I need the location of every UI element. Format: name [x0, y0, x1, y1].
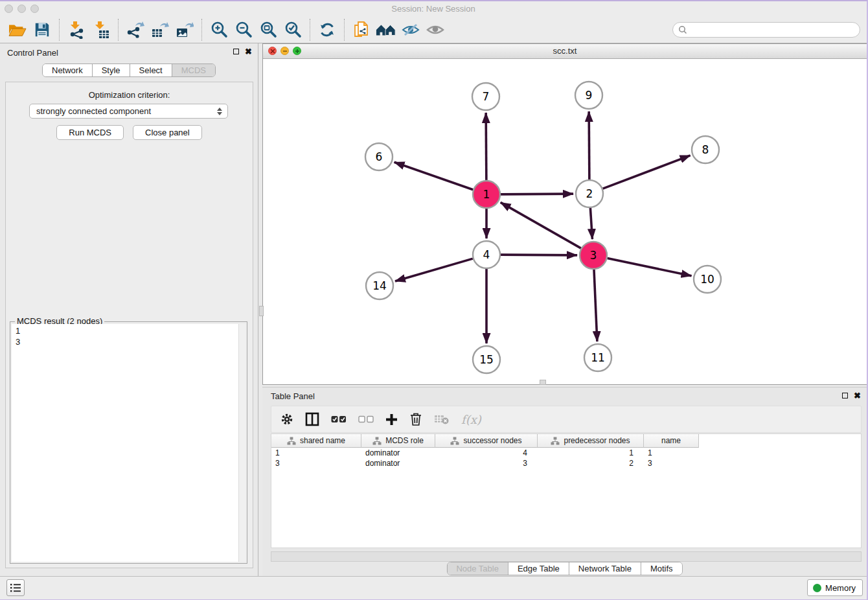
table-row[interactable]: 3dominator323 — [271, 458, 861, 468]
table-cell[interactable]: 1 — [271, 448, 361, 457]
node-15[interactable]: 15 — [473, 346, 500, 373]
zoom-in-button[interactable] — [207, 18, 231, 41]
edge-1-2[interactable] — [501, 194, 573, 194]
float-table-panel-icon[interactable] — [842, 393, 848, 398]
node-14[interactable]: 14 — [366, 272, 393, 299]
zoom-window-icon[interactable] — [30, 5, 39, 13]
mcds-result-textarea[interactable]: 13 — [12, 324, 246, 562]
close-panel-icon[interactable]: ✖ — [245, 49, 252, 54]
node-2[interactable]: 2 — [576, 180, 603, 207]
hscroll-handle[interactable] — [540, 380, 546, 385]
home-layout-button[interactable] — [374, 18, 398, 41]
table-cell[interactable]: 1 — [644, 448, 699, 457]
node-9[interactable]: 9 — [575, 82, 602, 109]
table-cell[interactable]: 1 — [538, 448, 644, 457]
table-cell[interactable]: dominator — [361, 459, 435, 468]
deselect-all-button[interactable] — [358, 415, 374, 423]
column-header-MCDS-role[interactable]: MCDS role — [361, 434, 435, 448]
edge-3-11[interactable] — [594, 270, 597, 341]
table-cell[interactable]: 4 — [435, 448, 538, 457]
column-header-predecessor-nodes[interactable]: predecessor nodes — [538, 434, 644, 448]
edge-2-9[interactable] — [589, 111, 589, 179]
import-table-button[interactable] — [89, 18, 113, 41]
result-scrollbar[interactable] — [238, 324, 246, 562]
node-6[interactable]: 6 — [365, 143, 393, 170]
export-image-button[interactable] — [172, 18, 197, 41]
select-all-button[interactable] — [331, 415, 347, 423]
memory-button[interactable]: Memory — [807, 579, 863, 596]
minimize-window-icon[interactable] — [17, 5, 26, 13]
edge-4-3[interactable] — [501, 255, 577, 255]
function-builder-button[interactable]: f(x) — [461, 413, 481, 426]
zoom-out-button[interactable] — [231, 18, 256, 41]
search-input[interactable] — [690, 25, 854, 35]
node-8[interactable]: 8 — [692, 136, 719, 163]
show-columns-button[interactable] — [305, 412, 319, 426]
export-table-button[interactable] — [148, 18, 172, 41]
splitter-handle[interactable] — [259, 306, 264, 316]
table-hscrollbar[interactable] — [271, 551, 862, 562]
node-10[interactable]: 10 — [694, 266, 721, 293]
node-1[interactable]: 1 — [473, 181, 500, 208]
delete-table-button[interactable] — [434, 413, 450, 425]
table-tab-network-table[interactable]: Network Table — [569, 562, 641, 575]
delete-column-button[interactable] — [409, 412, 422, 426]
toolbar-separator — [344, 19, 345, 41]
run-mcds-button[interactable]: Run MCDS — [56, 125, 124, 140]
tab-network[interactable]: Network — [43, 64, 92, 76]
table-cell[interactable]: 3 — [435, 459, 538, 468]
edge-3-1[interactable] — [501, 202, 581, 248]
show-eye-button[interactable] — [423, 18, 448, 41]
edge-2-8[interactable] — [603, 156, 691, 189]
node-3[interactable]: 3 — [580, 242, 607, 269]
node-11[interactable]: 11 — [584, 344, 611, 371]
table-tab-edge-table[interactable]: Edge Table — [508, 562, 569, 575]
node-table[interactable]: shared name MCDS role successor nodes pr… — [271, 433, 862, 548]
network-window-titlebar[interactable]: scc.txt — [263, 44, 867, 59]
maximize-network-icon[interactable] — [293, 47, 301, 55]
export-network-button[interactable] — [123, 18, 148, 41]
refresh-view-button[interactable] — [315, 18, 339, 41]
close-table-panel-icon[interactable]: ✖ — [854, 393, 861, 398]
control-panel-title: Control Panel — [7, 48, 58, 58]
close-network-icon[interactable] — [268, 47, 277, 55]
column-header-name[interactable]: name — [644, 434, 699, 448]
close-panel-button[interactable]: Close panel — [133, 125, 202, 140]
open-session-button[interactable] — [5, 18, 30, 41]
edge-3-10[interactable] — [608, 259, 692, 276]
tab-select[interactable]: Select — [130, 64, 172, 76]
tab-style[interactable]: Style — [92, 64, 130, 76]
duplicate-network-button[interactable] — [349, 18, 374, 41]
edge-1-7[interactable] — [486, 113, 486, 180]
criterion-dropdown[interactable]: strongly connected component — [29, 104, 228, 119]
table-settings-button[interactable] — [280, 413, 293, 426]
table-cell[interactable]: 3 — [271, 459, 361, 468]
close-window-icon[interactable] — [5, 5, 13, 13]
node-4[interactable]: 4 — [473, 241, 500, 268]
float-panel-icon[interactable] — [233, 49, 239, 54]
import-network-button[interactable] — [64, 18, 89, 41]
network-graph[interactable]: 1234678910111415 — [263, 59, 867, 384]
add-column-button[interactable] — [385, 413, 398, 426]
hide-eye-button[interactable] — [398, 18, 423, 41]
table-cell[interactable]: dominator — [361, 448, 435, 457]
node-7[interactable]: 7 — [472, 83, 499, 110]
zoom-fit-button[interactable] — [256, 18, 280, 41]
edge-2-3[interactable] — [590, 208, 592, 239]
task-history-button[interactable] — [6, 579, 25, 596]
table-cell[interactable]: 2 — [538, 459, 644, 468]
column-header-shared-name[interactable]: shared name — [271, 434, 361, 448]
search-box[interactable] — [672, 22, 860, 38]
table-row[interactable]: 1dominator411 — [271, 448, 861, 458]
table-cell[interactable]: 3 — [644, 459, 699, 468]
table-tab-motifs[interactable]: Motifs — [641, 562, 682, 575]
zoom-selected-button[interactable] — [280, 18, 305, 41]
edge-4-14[interactable] — [395, 259, 473, 281]
minimize-network-icon[interactable] — [280, 47, 289, 55]
save-session-button[interactable] — [30, 18, 54, 41]
tab-mcds[interactable]: MCDS — [172, 64, 215, 76]
table-tab-node-table[interactable]: Node Table — [447, 562, 508, 575]
column-header-successor-nodes[interactable]: successor nodes — [435, 434, 538, 448]
network-view[interactable]: 1234678910111415 — [263, 59, 867, 384]
edge-1-6[interactable] — [394, 162, 474, 189]
